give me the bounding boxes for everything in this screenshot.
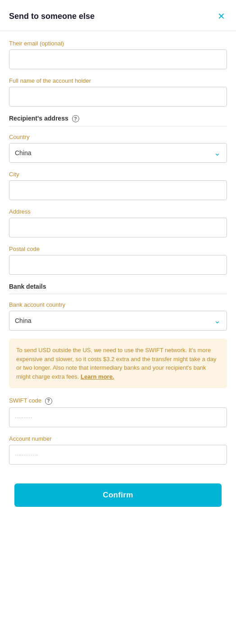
confirm-section: Confirm xyxy=(0,473,236,518)
account-number-group: Account number xyxy=(9,435,227,465)
close-button[interactable]: ✕ xyxy=(216,10,227,22)
modal-body: Their email (optional) Full name of the … xyxy=(0,31,236,465)
send-to-someone-modal: Send to someone else ✕ Their email (opti… xyxy=(0,0,236,644)
postal-code-group: Postal code xyxy=(9,246,227,275)
bank-details-label: Bank details xyxy=(9,283,227,290)
recipient-address-help-icon[interactable]: ? xyxy=(72,115,79,122)
address-group: Address xyxy=(9,208,227,237)
fullname-group: Full name of the account holder xyxy=(9,77,227,107)
swift-code-input[interactable] xyxy=(9,407,227,427)
city-label: City xyxy=(9,171,227,178)
bank-country-label: Bank account country xyxy=(9,301,227,308)
bank-details-section: Bank details xyxy=(9,283,227,290)
email-input[interactable] xyxy=(9,49,227,69)
city-input[interactable] xyxy=(9,180,227,200)
bank-details-divider xyxy=(9,294,227,294)
bank-country-group: Bank account country China United States… xyxy=(9,301,227,331)
modal-header: Send to someone else ✕ xyxy=(0,0,236,31)
fullname-label: Full name of the account holder xyxy=(9,77,227,84)
email-group: Their email (optional) xyxy=(9,40,227,69)
bank-country-select-wrapper: China United States United Kingdom Germa… xyxy=(9,311,227,331)
account-number-label: Account number xyxy=(9,435,227,442)
country-group: Country China United States United Kingd… xyxy=(9,134,227,163)
city-group: City xyxy=(9,171,227,200)
learn-more-link[interactable]: Learn more. xyxy=(81,373,114,380)
country-label: Country xyxy=(9,134,227,140)
country-select[interactable]: China United States United Kingdom Germa… xyxy=(9,143,227,163)
postal-code-input[interactable] xyxy=(9,255,227,275)
recipient-address-label: Recipient's address ? xyxy=(9,115,227,122)
swift-code-help-icon[interactable]: ? xyxy=(45,398,52,405)
swift-info-text: To send USD outside the US, we need to u… xyxy=(16,346,220,381)
email-label: Their email (optional) xyxy=(9,40,227,47)
country-select-wrapper: China United States United Kingdom Germa… xyxy=(9,143,227,163)
modal-title: Send to someone else xyxy=(9,12,95,21)
postal-code-label: Postal code xyxy=(9,246,227,252)
swift-code-label: SWIFT code ? xyxy=(9,397,227,405)
recipient-address-section: Recipient's address ? xyxy=(9,115,227,122)
confirm-button[interactable]: Confirm xyxy=(14,483,222,507)
address-section-divider xyxy=(9,126,227,126)
address-label: Address xyxy=(9,208,227,215)
account-number-input[interactable] xyxy=(9,445,227,465)
bank-country-select[interactable]: China United States United Kingdom Germa… xyxy=(9,311,227,331)
swift-info-box: To send USD outside the US, we need to u… xyxy=(9,339,227,388)
fullname-input[interactable] xyxy=(9,87,227,107)
swift-code-group: SWIFT code ? xyxy=(9,397,227,427)
address-input[interactable] xyxy=(9,218,227,237)
